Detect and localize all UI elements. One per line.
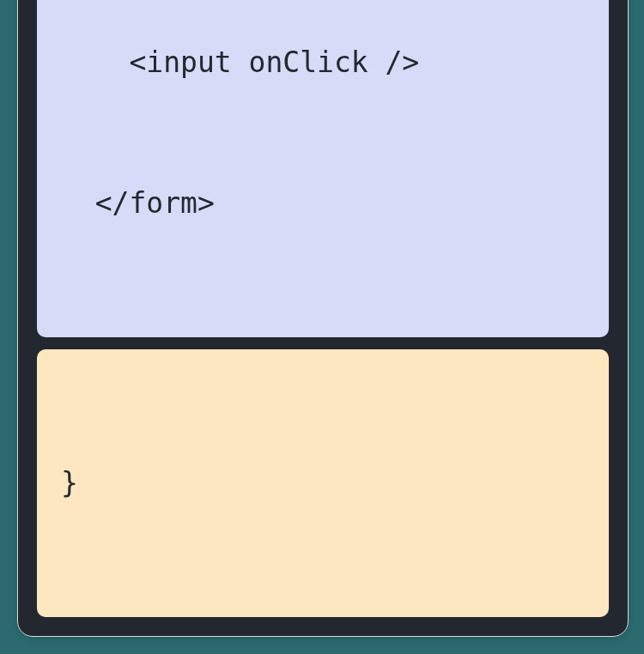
code-line: <input onClick /> xyxy=(61,39,585,86)
jsx-markup-block: <form onSubmit> <input onClick /> <input… xyxy=(37,0,609,337)
code-diagram-card: Form() { onClick() {...} onSubmit() {...… xyxy=(17,0,629,637)
js-closing-block: } xyxy=(37,349,609,617)
spacer xyxy=(37,337,609,349)
code-line: </form> xyxy=(61,180,585,227)
code-line: } xyxy=(61,460,585,506)
